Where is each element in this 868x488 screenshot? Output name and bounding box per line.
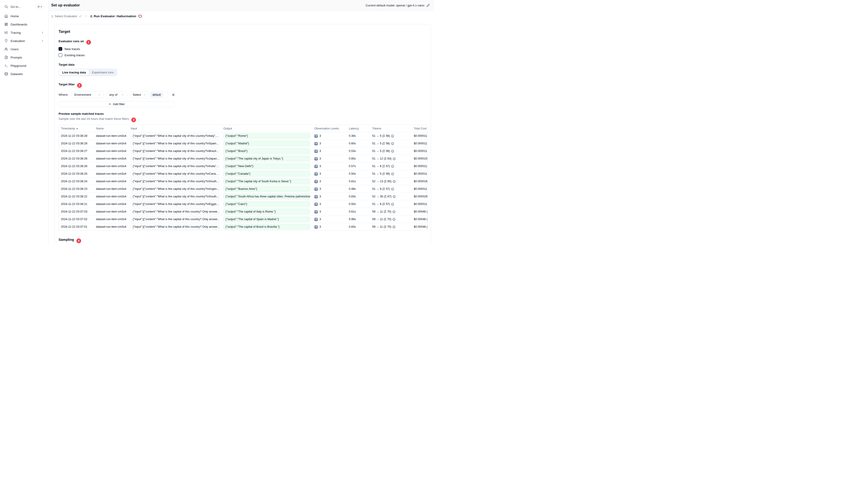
cell-total-cost: $0.000011 ( <box>412 165 428 168</box>
table-row[interactable]: 2024-11-22 03:37:02 dataset-run-item-cm3… <box>59 215 427 223</box>
token-info-icon[interactable] <box>391 142 394 145</box>
token-info-icon[interactable] <box>391 203 394 206</box>
sidebar-item-dashboards[interactable]: Dashboards <box>2 20 46 29</box>
token-info-icon[interactable] <box>393 157 396 160</box>
token-info-icon[interactable] <box>393 195 396 198</box>
cell-input[interactable]: {"input":[{"content":"What is the capita… <box>131 163 219 169</box>
table-row[interactable]: 2024-11-22 03:38:28 dataset-run-item-cm3… <box>59 139 427 147</box>
table-row[interactable]: 2024-11-22 03:38:26 dataset-run-item-cm3… <box>59 162 427 170</box>
target-data-label: Target data <box>59 63 427 66</box>
sidebar-item-prompts[interactable]: Prompts <box>2 53 46 62</box>
column-header-observation-levels[interactable]: Observation Levels <box>312 127 347 130</box>
cell-input[interactable]: {"input":[{"content":"What is the capita… <box>131 186 219 192</box>
cell-output[interactable]: {"output":"Rome"} <box>223 133 310 139</box>
filter-value-select[interactable]: Select default <box>130 91 168 98</box>
cell-output[interactable]: {"output":"Canada"} <box>223 171 310 176</box>
sidebar-item-home[interactable]: Home <box>2 12 46 20</box>
cell-timestamp: 2024-11-22 03:38:28 <box>59 134 94 137</box>
tab-experiment-runs[interactable]: Experiment runs <box>89 69 117 75</box>
sidebar-item-datasets[interactable]: Datasets <box>2 70 46 78</box>
token-info-icon[interactable] <box>393 210 396 213</box>
cell-latency: 0.60s <box>347 142 370 145</box>
cell-tokens: 51 → 5 (Σ 56) <box>372 150 390 153</box>
token-info-icon[interactable] <box>391 150 394 153</box>
token-info-icon[interactable] <box>391 188 394 191</box>
cell-output[interactable]: {"output":"The capital of Brazil is Bras… <box>223 224 310 230</box>
table-row[interactable]: 2024-11-22 03:38:23 dataset-run-item-cm3… <box>59 185 427 193</box>
cell-output[interactable]: {"output":"Cairo"} <box>223 201 310 207</box>
table-row[interactable]: 2024-11-22 03:37:03 dataset-run-item-cm3… <box>59 208 427 215</box>
column-header-tokens[interactable]: Tokens <box>370 127 412 130</box>
cell-output[interactable]: {"output":"The capital city of South Kor… <box>223 178 310 184</box>
column-header-output[interactable]: Output <box>221 127 312 130</box>
table-row[interactable]: 2024-11-22 03:38:25 dataset-run-item-cm3… <box>59 170 427 177</box>
token-info-icon[interactable] <box>393 225 396 228</box>
cell-latency: 0.48s <box>347 187 370 191</box>
add-filter-button[interactable]: Add filter <box>59 101 175 107</box>
cell-output[interactable]: {"output":"Brazil"} <box>223 148 310 154</box>
breadcrumb-step1[interactable]: 1. Select Evaluator <box>51 14 82 18</box>
checkbox-new-traces[interactable]: New traces <box>59 47 427 51</box>
sidebar-item-tracing[interactable]: Tracing <box>2 29 46 37</box>
cell-input[interactable]: {"input":[{"content":"What is the capita… <box>131 224 219 230</box>
cell-output[interactable]: {"output":"South Africa has three capita… <box>223 194 310 199</box>
token-info-icon[interactable] <box>393 218 396 221</box>
token-info-icon[interactable] <box>391 172 394 175</box>
cell-timestamp: 2024-11-22 03:37:02 <box>59 218 94 221</box>
cell-total-cost: $0.000011 ( <box>412 134 428 137</box>
cell-input[interactable]: {"input":[{"content":"What is the capita… <box>131 201 219 207</box>
checkbox-unchecked-icon[interactable] <box>59 53 62 57</box>
cell-input[interactable]: {"input":[{"content":"What is the capita… <box>131 178 219 184</box>
column-header-name[interactable]: Name <box>94 127 129 130</box>
cell-output[interactable]: {"output":"The capital of Spain is Madri… <box>223 217 310 222</box>
column-header-timestamp[interactable]: Timestamp▼ <box>59 127 94 130</box>
cell-timestamp: 2024-11-22 03:38:23 <box>59 187 94 191</box>
checkbox-existing-traces[interactable]: Existing traces <box>59 53 427 57</box>
cell-output[interactable]: {"output":"Madrid"} <box>223 141 310 146</box>
observation-levels-icon: i <box>314 195 318 198</box>
cell-observation-levels: 3 <box>319 218 321 221</box>
sidebar-item-evaluation[interactable]: Evaluation <box>2 37 46 45</box>
cell-input[interactable]: {"input":[{"content":"What is the capita… <box>131 133 219 139</box>
evaluation-icon <box>4 39 8 43</box>
cell-input[interactable]: {"input":[{"content":"What is the capita… <box>131 148 219 154</box>
cell-input[interactable]: {"input":[{"content":"What is the capita… <box>131 141 219 146</box>
target-heading: Target <box>59 29 427 34</box>
filter-operator-select[interactable]: any of <box>106 91 127 98</box>
table-row[interactable]: 2024-11-22 03:37:01 dataset-run-item-cm3… <box>59 223 427 230</box>
step-badge-2: 2 <box>77 83 82 88</box>
remove-filter-x-icon[interactable] <box>172 93 175 97</box>
breadcrumb: 1. Select Evaluator 2. Run Evaluator: Ha… <box>49 11 434 21</box>
table-row[interactable]: 2024-11-22 03:38:21 dataset-run-item-cm3… <box>59 200 427 208</box>
cell-input[interactable]: {"input":[{"content":"What is the capita… <box>131 171 219 176</box>
token-info-icon[interactable] <box>391 134 394 137</box>
cell-input[interactable]: {"input":[{"content":"What is the capita… <box>131 209 219 215</box>
checkbox-checked-icon[interactable] <box>59 47 62 51</box>
cell-output[interactable]: {"output":"New Delhi"} <box>223 163 310 169</box>
table-row[interactable]: 2024-11-22 03:38:28 dataset-run-item-cm3… <box>59 132 427 139</box>
tracing-icon <box>4 31 8 34</box>
table-row[interactable]: 2024-11-22 03:38:27 dataset-run-item-cm3… <box>59 147 427 155</box>
edit-model-pencil-icon[interactable] <box>427 4 430 7</box>
column-header-latency[interactable]: Latency <box>347 127 370 130</box>
cell-input[interactable]: {"input":[{"content":"What is the capita… <box>131 194 219 199</box>
token-info-icon[interactable] <box>393 180 396 183</box>
column-header-total-cost[interactable]: Total Cost <box>412 127 428 130</box>
table-row[interactable]: 2024-11-22 03:38:22 dataset-run-item-cm3… <box>59 193 427 200</box>
column-header-input[interactable]: Input <box>129 127 221 130</box>
cell-input[interactable]: {"input":[{"content":"What is the capita… <box>131 217 219 222</box>
cell-input[interactable]: {"input":[{"content":"What is the capita… <box>131 156 219 161</box>
cell-output[interactable]: {"output":"The capital of Italy is Rome.… <box>223 209 310 215</box>
cell-timestamp: 2024-11-22 03:37:01 <box>59 225 94 228</box>
token-info-icon[interactable] <box>391 165 394 168</box>
goto-search[interactable]: Go to... ⌘ K <box>2 2 46 11</box>
filter-column-select[interactable]: Environment <box>72 91 103 98</box>
cell-timestamp: 2024-11-22 03:38:27 <box>59 150 94 153</box>
tab-live-tracing-data[interactable]: Live tracing data <box>59 69 89 75</box>
sidebar-item-users[interactable]: Users <box>2 45 46 53</box>
cell-output[interactable]: {"output":"The capital city of Japan is … <box>223 156 310 161</box>
cell-output[interactable]: {"output":"Buenos Aires"} <box>223 186 310 192</box>
table-row[interactable]: 2024-11-22 03:38:26 dataset-run-item-cm3… <box>59 155 427 162</box>
sidebar-item-playground[interactable]: Playground <box>2 62 46 70</box>
table-row[interactable]: 2024-11-22 03:38:24 dataset-run-item-cm3… <box>59 177 427 185</box>
